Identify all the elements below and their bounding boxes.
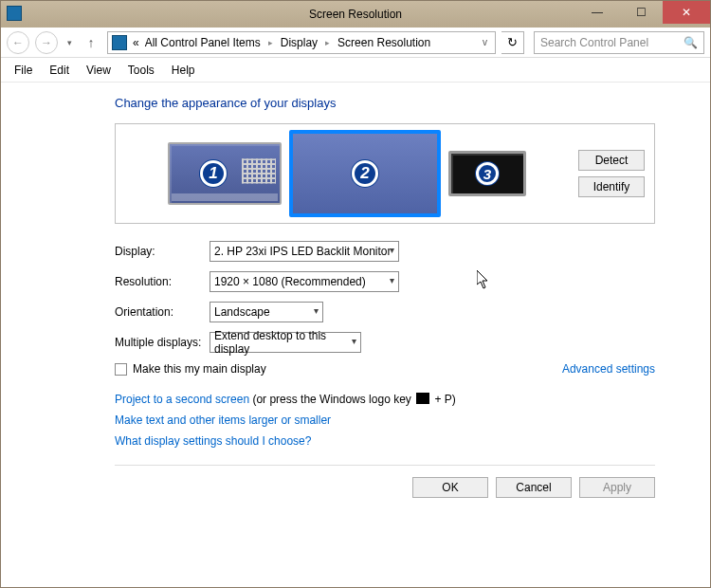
which-settings-link[interactable]: What display settings should I choose?	[115, 434, 311, 448]
location-icon	[112, 35, 127, 50]
display-label: Display:	[115, 245, 210, 258]
address-bar[interactable]: « All Control Panel Items ▸ Display ▸ Sc…	[107, 31, 496, 54]
windows-key-icon	[416, 393, 429, 404]
monitor-1-taskbar-icon	[172, 193, 278, 201]
window: Screen Resolution — ☐ ✕ ← → ▾ ↑ « All Co…	[0, 0, 711, 588]
menu-file[interactable]: File	[14, 64, 32, 77]
identify-button[interactable]: Identify	[578, 176, 645, 197]
close-button[interactable]: ✕	[663, 1, 710, 24]
menu-edit[interactable]: Edit	[49, 64, 69, 77]
advanced-settings-link[interactable]: Advanced settings	[562, 362, 655, 376]
footer-buttons: OK Cancel Apply	[115, 465, 655, 509]
main-display-label: Make this my main display	[133, 362, 266, 376]
monitors-area[interactable]: 1 2 3	[125, 130, 569, 217]
breadcrumb-sep-icon: ▸	[323, 38, 332, 47]
monitor-3-number: 3	[476, 162, 499, 185]
side-buttons: Detect Identify	[578, 150, 645, 197]
ok-button[interactable]: OK	[412, 477, 488, 498]
project-link[interactable]: Project to a second screen	[115, 393, 249, 406]
resolution-label: Resolution:	[115, 275, 210, 288]
monitor-1-grid-icon	[242, 158, 276, 183]
monitor-2-number: 2	[352, 160, 378, 187]
refresh-button[interactable]: ↻	[501, 31, 524, 54]
apply-button[interactable]: Apply	[579, 477, 655, 498]
monitor-3[interactable]: 3	[448, 151, 526, 196]
menu-bar: File Edit View Tools Help	[1, 58, 710, 83]
window-title: Screen Resolution	[309, 8, 402, 21]
breadcrumb-sep-icon: ▸	[266, 38, 275, 47]
forward-button[interactable]: →	[35, 31, 58, 54]
minimize-button[interactable]: —	[575, 1, 619, 24]
page-heading: Change the appearance of your displays	[115, 96, 655, 110]
orientation-select[interactable]: Landscape	[210, 302, 323, 322]
menu-tools[interactable]: Tools	[128, 64, 155, 77]
project-suffix: (or press the Windows logo key	[249, 393, 414, 406]
resolution-select[interactable]: 1920 × 1080 (Recommended)	[210, 271, 399, 292]
nav-bar: ← → ▾ ↑ « All Control Panel Items ▸ Disp…	[1, 28, 710, 58]
multiple-displays-label: Multiple displays:	[115, 336, 210, 349]
search-icon: 🔍	[684, 36, 698, 49]
search-placeholder: Search Control Panel	[540, 36, 648, 49]
links-section: Project to a second screen (or press the…	[115, 389, 655, 451]
content: Change the appearance of your displays 1…	[1, 83, 710, 509]
back-button[interactable]: ←	[7, 31, 29, 54]
maximize-button[interactable]: ☐	[619, 1, 663, 24]
address-dropdown-icon[interactable]: v	[479, 37, 491, 47]
display-select[interactable]: 2. HP 23xi IPS LED Backlit Monitor	[210, 241, 399, 262]
display-arrangement-box: 1 2 3 Detect Identify	[115, 123, 655, 224]
detect-button[interactable]: Detect	[578, 150, 645, 171]
multiple-displays-select[interactable]: Extend desktop to this display	[210, 332, 361, 353]
breadcrumb-item-1[interactable]: All Control Panel Items	[145, 36, 261, 49]
main-display-checkbox[interactable]	[115, 363, 127, 376]
breadcrumb-prefix: «	[133, 36, 139, 49]
orientation-label: Orientation:	[115, 305, 210, 319]
monitor-2[interactable]: 2	[289, 130, 441, 217]
breadcrumb-item-3[interactable]: Screen Resolution	[337, 36, 430, 49]
app-icon	[7, 6, 22, 21]
up-button[interactable]: ↑	[81, 32, 101, 53]
search-input[interactable]: Search Control Panel 🔍	[534, 31, 704, 54]
text-size-link[interactable]: Make text and other items larger or smal…	[115, 413, 331, 427]
window-controls: — ☐ ✕	[575, 1, 710, 24]
menu-view[interactable]: View	[86, 64, 111, 77]
cancel-button[interactable]: Cancel	[496, 477, 572, 498]
breadcrumb-item-2[interactable]: Display	[281, 36, 318, 49]
menu-help[interactable]: Help	[172, 64, 195, 77]
monitor-1[interactable]: 1	[168, 142, 282, 205]
monitor-1-number: 1	[200, 160, 227, 187]
history-dropdown[interactable]: ▾	[64, 31, 75, 54]
project-plus: + P)	[431, 393, 456, 406]
titlebar: Screen Resolution — ☐ ✕	[1, 1, 710, 28]
